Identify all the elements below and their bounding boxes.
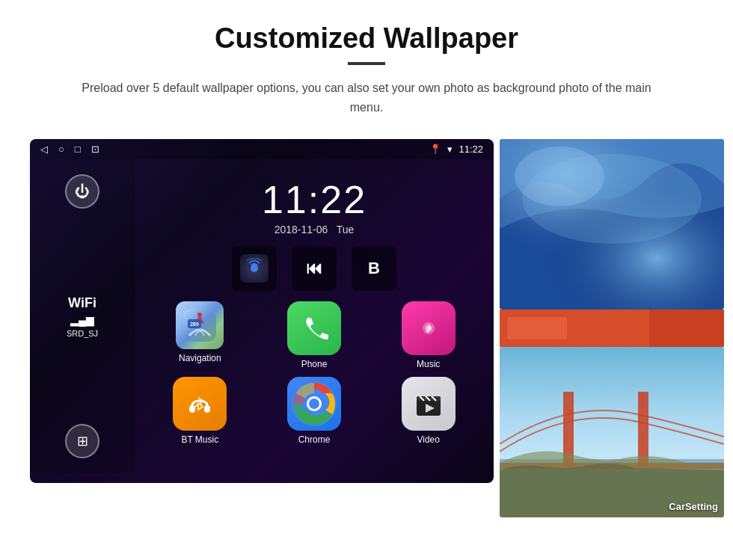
app-item-music[interactable]: ♪ Music [375,301,482,369]
svg-text:280: 280 [190,321,199,327]
chrome-icon [287,377,341,431]
media-signal-box [232,246,277,291]
signal-icon: ▾ [447,144,453,155]
navigation-icon: 280 [176,301,224,349]
signal-box-icon [240,254,269,283]
android-screen: ◁ ○ □ ⊡ 📍 ▾ 11:22 ⏻ [30,139,494,483]
power-icon: ⏻ [75,183,90,200]
home-icon[interactable]: ○ [58,144,64,155]
video-label: Video [417,434,439,445]
wallpaper-thumb-bridge[interactable]: CarSetting [500,347,724,517]
page-title: Customized Wallpaper [215,22,518,55]
wifi-info: WiFi ▂▄▆ SRD_SJ [67,295,98,338]
power-button[interactable]: ⏻ [65,174,99,209]
app-item-chrome[interactable]: Chrome [261,377,368,445]
navigation-label: Navigation [179,353,221,363]
wifi-label: WiFi [67,295,98,311]
svg-rect-8 [189,405,195,413]
app-grid: 280 Navigation Ph [135,297,494,449]
media-skip-box[interactable]: ⏮ [292,246,337,291]
carsetting-label: CarSetting [669,499,718,513]
recents-icon[interactable]: □ [75,144,81,155]
video-icon [402,377,456,431]
wallpaper-thumb-ice[interactable] [500,139,724,310]
app-item-navigation[interactable]: 280 Navigation [147,301,254,369]
svg-rect-23 [507,317,567,339]
app-item-video[interactable]: Video [375,377,482,445]
page-wrapper: Customized Wallpaper Preload over 5 defa… [0,0,733,532]
page-description: Preload over 5 default wallpaper options… [75,79,658,117]
clock-date: 2018-11-06 Tue [135,224,494,236]
apps-grid-icon: ⊞ [77,433,88,449]
wifi-bars: ▂▄▆ [67,314,98,326]
bt-music-label: BT Music [181,434,218,445]
status-bar-right: 📍 ▾ 11:22 [429,144,483,155]
music-icon: ♪ [402,301,456,355]
wallpaper-bar-partial [500,310,724,347]
media-b-icon: B [368,259,380,278]
phone-label: Phone [301,359,328,369]
status-bar: ◁ ○ □ ⊡ 📍 ▾ 11:22 [30,139,494,159]
status-time: 11:22 [458,144,483,155]
wallpaper-thumbnails: CarSetting [500,139,724,517]
clock-time: 11:22 [135,177,494,222]
music-label: Music [417,359,440,369]
screenshot-icon[interactable]: ⊡ [91,144,99,155]
svg-rect-28 [638,392,648,467]
chrome-label: Chrome [298,434,331,445]
svg-text:♪: ♪ [425,319,432,336]
wifi-ssid: SRD_SJ [67,329,98,338]
status-bar-left: ◁ ○ □ ⊡ [40,144,99,155]
screen-body: ⏻ WiFi ▂▄▆ SRD_SJ ⊞ 11:22 [30,159,494,473]
phone-icon [287,301,341,355]
center-area: 11:22 2018-11-06 Tue [135,159,494,473]
clock-area: 11:22 2018-11-06 Tue [135,167,494,243]
media-row: ⏮ B [135,243,494,297]
title-divider [348,62,385,65]
skip-back-icon: ⏮ [306,259,322,278]
svg-rect-9 [204,405,210,413]
svg-point-13 [309,399,319,409]
svg-point-20 [515,147,604,206]
content-area: ◁ ○ □ ⊡ 📍 ▾ 11:22 ⏻ [30,139,703,517]
app-item-phone[interactable]: Phone [261,301,368,369]
apps-button[interactable]: ⊞ [65,424,99,458]
media-b-box: B [352,246,396,291]
back-icon[interactable]: ◁ [40,144,48,155]
svg-point-2 [197,313,202,317]
location-icon: 📍 [429,144,441,155]
bt-music-icon [173,377,227,431]
app-item-bt-music[interactable]: BT Music [147,377,254,445]
left-sidebar: ⏻ WiFi ▂▄▆ SRD_SJ ⊞ [30,159,135,473]
